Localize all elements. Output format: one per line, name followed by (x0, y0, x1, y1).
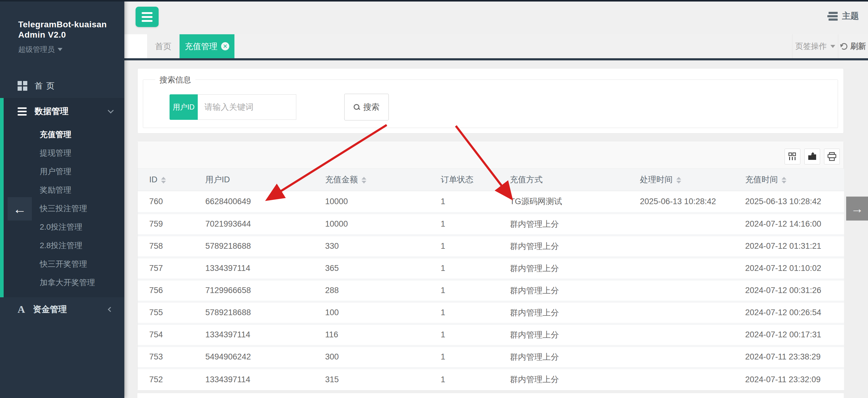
sidebar-subitem-8[interactable]: 加拿大开奖管理 (0, 273, 124, 292)
export-button[interactable] (804, 149, 820, 164)
column-header: 用户ID (205, 169, 325, 191)
table-cell: 2024-07-12 00:31:26 (745, 279, 844, 302)
theme-icon (827, 12, 838, 21)
sort-icon[interactable] (676, 177, 681, 184)
table-cell: 1334397114 (205, 368, 325, 390)
search-button-label: 搜索 (363, 102, 380, 113)
refresh-button[interactable]: 刷新 (839, 34, 868, 58)
table-cell: 群内管理上分 (509, 235, 640, 257)
table-cell: 1 (440, 213, 509, 235)
sidebar-item-home[interactable]: 首 页 (0, 75, 124, 97)
tab-home[interactable]: 首页 (147, 34, 180, 58)
table-cell: 10000 (325, 191, 440, 213)
table-cell: 1334397114 (205, 257, 325, 279)
toggle-columns-button[interactable] (784, 149, 800, 164)
table-cell: 2024-07-12 14:16:00 (745, 213, 844, 235)
table-cell: 1 (440, 191, 509, 213)
table-cell: 288 (325, 279, 440, 302)
sidebar-group-fund-label: 资金管理 (33, 304, 67, 315)
table-cell: 1 (440, 346, 509, 368)
column-header[interactable]: ID (138, 169, 205, 191)
table-cell: 753 (138, 346, 205, 368)
table-cell: 754 (138, 324, 205, 346)
sidebar-subitem-1[interactable]: 提现管理 (0, 144, 124, 162)
column-header[interactable]: 处理时间 (640, 169, 745, 191)
tab-active-label: 充值管理 (185, 41, 217, 52)
table-header-row: ID用户ID充值金额订单状态充值方式处理时间充值时间 (138, 169, 844, 191)
brand-title-line1: TelegramBot-kuaisan (18, 20, 118, 30)
refresh-label: 刷新 (850, 41, 866, 52)
table-cell: 300 (325, 346, 440, 368)
topbar: 主题 (124, 0, 868, 34)
table-cell: 759 (138, 213, 205, 235)
sidebar-subitem-6[interactable]: 2.8投注管理 (0, 236, 124, 255)
tab-close-icon[interactable]: ✕ (221, 42, 229, 50)
table-cell: 5789218688 (205, 235, 325, 257)
tab-recharge-active[interactable]: 充值管理 ✕ (180, 34, 235, 58)
table-row: 75713343971143651群内管理上分2024-07-12 01:10:… (138, 257, 844, 279)
sort-icon[interactable] (362, 177, 366, 184)
print-button[interactable] (824, 149, 840, 164)
search-button[interactable]: 搜索 (344, 94, 389, 120)
brand-title-line2: Admin V2.0 (18, 30, 118, 40)
table-row: 75354949062423001群内管理上分2024-07-11 23:38:… (138, 346, 844, 368)
table-cell: 2024-07-12 01:10:02 (745, 257, 844, 279)
table-cell: 116 (325, 324, 440, 346)
table-cell: 1 (440, 279, 509, 302)
theme-switcher[interactable]: 主题 (827, 10, 859, 22)
table-cell: 2024-07-12 01:31:21 (745, 235, 844, 257)
column-header[interactable]: 充值金额 (325, 169, 440, 191)
tabbar-left-spacer (124, 34, 147, 58)
hamburger-icon (142, 12, 153, 14)
table-cell: 5494906242 (205, 346, 325, 368)
table-row: 7597021993644100001群内管理上分2024-07-12 14:1… (138, 213, 844, 235)
sidebar-subitem-2[interactable]: 用户管理 (0, 162, 124, 181)
sidebar-home-label: 首 页 (35, 81, 55, 91)
sidebar-subitem-0[interactable]: 充值管理 (0, 125, 124, 144)
scroll-right-button[interactable]: → (846, 196, 868, 220)
user-role-dropdown[interactable]: 超级管理员 (18, 44, 118, 55)
table-row: 75413343971141161群内管理上分2024-07-12 00:17:… (138, 324, 844, 346)
sidebar-toggle-button[interactable] (135, 7, 159, 27)
sidebar-group-fund[interactable]: A 资金管理 (0, 299, 124, 320)
table-cell: 758 (138, 235, 205, 257)
table-cell: 1 (440, 368, 509, 390)
tabbar-divider (124, 58, 868, 60)
sidebar-subitem-3[interactable]: 奖励管理 (0, 181, 124, 199)
theme-label: 主题 (842, 10, 859, 22)
columns-icon (788, 152, 797, 161)
left-arrow-icon: ← (13, 202, 26, 217)
table-cell: 2024-07-12 00:26:54 (745, 302, 844, 324)
sidebar-subitem-5[interactable]: 2.0投注管理 (0, 218, 124, 236)
table-cell: 群内管理上分 (509, 302, 640, 324)
print-icon (827, 152, 836, 161)
table-cell: 756 (138, 279, 205, 302)
table-cell (640, 368, 745, 390)
keyword-input[interactable] (198, 94, 296, 120)
table-cell: 2024-07-11 23:32:09 (745, 368, 844, 390)
sidebar-subitem-7[interactable]: 快三开奖管理 (0, 255, 124, 273)
sidebar-group-data-label: 数据管理 (35, 105, 68, 117)
table-cell: 2024-07-11 23:38:29 (745, 346, 844, 368)
column-header[interactable]: 充值时间 (745, 169, 844, 191)
sidebar-collapse-button[interactable]: ← (8, 197, 32, 220)
caret-down-icon (830, 45, 835, 48)
table-cell: 群内管理上分 (509, 257, 640, 279)
search-field-selector-button[interactable]: 用户ID (169, 94, 198, 120)
table-cell: 10000 (325, 213, 440, 235)
tab-operations-dropdown[interactable]: 页签操作 (792, 34, 838, 58)
sidebar-group-data-header[interactable]: 数据管理 (0, 100, 124, 122)
table-cell (640, 346, 745, 368)
table-next-row-partial (137, 393, 844, 398)
table-cell: 群内管理上分 (509, 346, 640, 368)
table-cell: 1 (440, 257, 509, 279)
sort-icon[interactable] (781, 177, 786, 184)
user-role-label: 超级管理员 (18, 44, 55, 55)
table-cell: 7021993644 (205, 213, 325, 235)
column-header: 充值方式 (509, 169, 640, 191)
refresh-icon (841, 43, 847, 50)
recharge-table: ID用户ID充值金额订单状态充值方式处理时间充值时间 7606628400649… (138, 169, 844, 390)
table-cell: 群内管理上分 (509, 279, 640, 302)
sort-icon[interactable] (161, 177, 166, 184)
table-cell: 群内管理上分 (509, 324, 640, 346)
